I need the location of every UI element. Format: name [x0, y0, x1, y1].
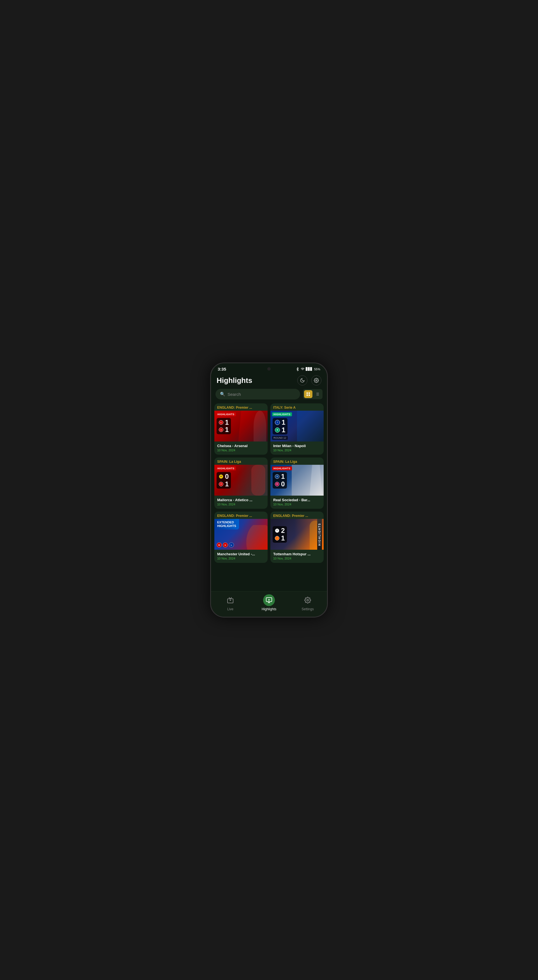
highlights-vert-badge: HIGHLIGHTS: [317, 519, 322, 550]
logos-row: M U L: [217, 542, 265, 547]
search-placeholder: Search: [227, 392, 241, 397]
nav-live-label: Live: [227, 607, 233, 611]
svg-marker-12: [230, 599, 232, 601]
highlights-icon: [266, 597, 272, 603]
card-thumbnail: T 2 I 1 HIGHLIGHTS: [270, 519, 324, 550]
wifi-icon: [301, 367, 305, 371]
card-info: Real Sociedad - Bar... 10 Nov, 2024: [270, 496, 324, 509]
settings-icon: [304, 597, 311, 603]
phone-frame: 3:35 ▊▊▊ 55% Highlights 🔍: [210, 363, 328, 617]
card-tottenham[interactable]: ENGLAND: Premier ... T 2: [270, 512, 324, 563]
view-toggle: [303, 389, 322, 399]
match-title: Real Sociedad - Bar...: [273, 498, 321, 502]
app-header: Highlights: [211, 373, 327, 389]
gear-icon: [314, 378, 319, 383]
search-bar-row: 🔍 Search: [211, 389, 327, 403]
card-info: Inter Milan - Napoli 10 Nov, 2024: [270, 442, 324, 455]
grid-view-button[interactable]: [304, 390, 313, 398]
svg-point-0: [316, 380, 317, 381]
svg-point-17: [307, 599, 308, 601]
status-icons: ▊▊▊ 55%: [296, 367, 320, 371]
settings-button[interactable]: [311, 375, 321, 385]
moon-icon: [300, 378, 305, 383]
card-info: Tottenham Hotspur ... 10 Nov, 2024: [270, 550, 324, 563]
match-title: Mallorca - Atletico ...: [217, 498, 265, 502]
match-date: 10 Nov, 2024: [273, 449, 321, 452]
nav-highlights-label: Highlights: [262, 607, 276, 611]
match-date: 10 Nov, 2024: [273, 557, 321, 560]
header-icons: [297, 375, 321, 385]
match-date: 10 Nov, 2024: [273, 503, 321, 506]
card-thumbnail: M 0 A 1 HIGHLIGHTS: [214, 465, 268, 496]
card-info: Chelsea - Arsenal 10 Nov, 2024: [214, 442, 268, 455]
highlights-badge: HIGHLIGHTS: [272, 412, 292, 416]
card-inter-napoli[interactable]: ITALY: Serie A I 1: [270, 403, 324, 455]
nav-live[interactable]: Live: [221, 594, 240, 611]
bottom-nav: Live Highlights: [211, 591, 327, 617]
match-title: Tottenham Hotspur ...: [273, 552, 321, 556]
search-icon: 🔍: [220, 391, 225, 397]
match-date: 10 Nov, 2024: [217, 557, 265, 560]
darkmode-button[interactable]: [297, 375, 307, 385]
card-thumbnail: C 1 A 1 HIGHLIGHTS: [214, 410, 268, 442]
card-league: ENGLAND: Premier ...: [214, 512, 268, 519]
card-thumbnail: S 1 B 0 HIGHLIGHTS: [270, 465, 324, 496]
nav-settings-label: Settings: [302, 607, 314, 611]
card-thumbnail: EXTENDEDHIGHLIGHTS M U L: [214, 519, 268, 550]
match-date: 10 Nov, 2024: [217, 503, 265, 506]
svg-rect-4: [308, 395, 310, 396]
search-input-wrap[interactable]: 🔍 Search: [216, 389, 300, 399]
bluetooth-icon: [296, 367, 300, 371]
highlights-badge: HIGHLIGHTS: [272, 466, 292, 470]
card-league: SPAIN: La Liga: [214, 458, 268, 465]
grid-icon: [306, 392, 311, 396]
highlights-badge: HIGHLIGHTS: [216, 412, 236, 416]
card-sociedad-barcelona[interactable]: SPAIN: La Liga S 1: [270, 458, 324, 509]
list-icon: [315, 392, 319, 396]
tv-icon: [227, 597, 234, 603]
nav-highlights-icon: [263, 594, 275, 606]
nav-highlights[interactable]: Highlights: [259, 594, 279, 611]
card-league: ENGLAND: Premier ...: [270, 512, 324, 519]
nav-settings-icon: [302, 594, 314, 606]
round-badge: ROUND 12: [272, 436, 288, 440]
content-scroll[interactable]: ENGLAND: Premier ... C 1: [211, 403, 327, 591]
svg-marker-14: [268, 599, 270, 601]
highlights-badge: HIGHLIGHTS: [216, 466, 236, 470]
status-time: 3:35: [218, 367, 226, 371]
extended-highlights-badge: EXTENDEDHIGHLIGHTS: [214, 519, 239, 530]
card-mallorca-atletico[interactable]: SPAIN: La Liga M 0: [214, 458, 268, 509]
card-info: Mallorca - Atletico ... 10 Nov, 2024: [214, 496, 268, 509]
card-thumbnail: I 1 N 1 HIGHLIGHTS ROUND 12: [270, 410, 324, 442]
svg-rect-3: [306, 395, 308, 396]
svg-rect-11: [227, 599, 233, 603]
signal-bars: ▊▊▊: [306, 367, 313, 371]
match-title: Manchester United -...: [217, 552, 265, 556]
page-title: Highlights: [217, 376, 252, 385]
cards-grid: ENGLAND: Premier ... C 1: [214, 403, 324, 566]
phone-screen: 3:35 ▊▊▊ 55% Highlights 🔍: [211, 363, 327, 617]
nav-live-icon: [224, 594, 236, 606]
card-chelsea-arsenal[interactable]: ENGLAND: Premier ... C 1: [214, 403, 268, 455]
svg-rect-1: [306, 393, 308, 394]
match-title: Inter Milan - Napoli: [273, 444, 321, 448]
battery-level: 55%: [314, 368, 320, 371]
svg-rect-2: [308, 393, 310, 394]
list-view-button[interactable]: [313, 390, 321, 398]
camera-notch: [267, 367, 271, 371]
card-league: ENGLAND: Premier ...: [214, 403, 268, 410]
card-league: ITALY: Serie A: [270, 403, 324, 410]
card-info: Manchester United -... 10 Nov, 2024: [214, 550, 268, 563]
match-date: 10 Nov, 2024: [217, 449, 265, 452]
card-league: SPAIN: La Liga: [270, 458, 324, 465]
match-title: Chelsea - Arsenal: [217, 444, 265, 448]
nav-settings[interactable]: Settings: [298, 594, 317, 611]
score-overlay: T 2 I 1: [270, 519, 324, 550]
card-manutd[interactable]: ENGLAND: Premier ... EXTENDEDHIGHLIGHTS …: [214, 512, 268, 563]
